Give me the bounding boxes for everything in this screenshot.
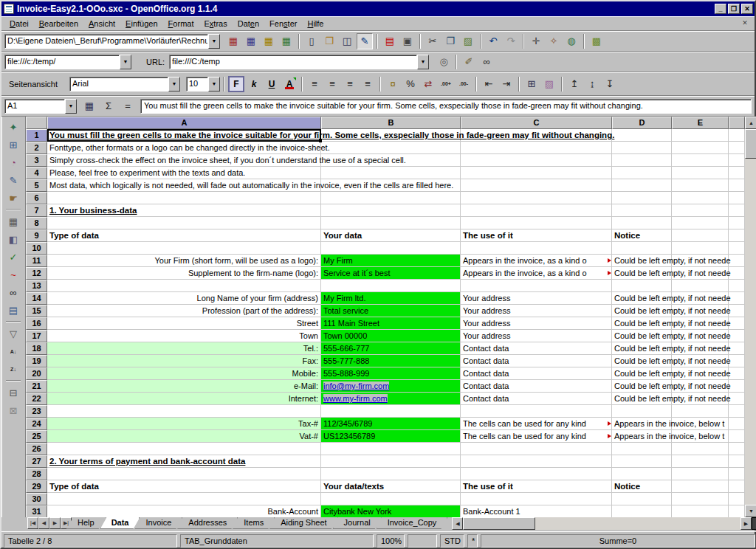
document-path-value[interactable]: D:\Eigene Dateien\_Beruf\Programme\Vorlä… [4, 34, 208, 49]
cell-F15[interactable] [729, 305, 745, 317]
row-header-10[interactable]: 10 [26, 242, 47, 255]
row-header-16[interactable]: 16 [26, 317, 47, 330]
cell-B28[interactable] [321, 468, 461, 480]
cell-C23[interactable] [461, 405, 612, 418]
cell-B11[interactable]: My Firm [321, 255, 461, 267]
cut-icon[interactable]: ✂ [425, 33, 441, 49]
cell-F13[interactable] [729, 280, 745, 292]
cell-D17[interactable]: Could be left empty, if not neede [612, 330, 672, 342]
cell-D23[interactable] [612, 405, 672, 418]
cell-F2[interactable] [729, 142, 745, 154]
sheet-tab-help[interactable]: Help [66, 517, 106, 529]
undo-icon[interactable]: ↶ [485, 33, 501, 49]
insert-cells-icon[interactable]: ▦ [225, 33, 241, 49]
function-wizard-icon[interactable]: ▦ [80, 99, 98, 114]
cell-B25[interactable]: US123456789 [321, 430, 461, 443]
cell-E9[interactable] [672, 229, 729, 242]
column-header-E[interactable]: E [672, 117, 729, 129]
internet-url-icon[interactable]: ◎ [436, 54, 452, 70]
cell-F17[interactable] [729, 330, 745, 342]
row-header-18[interactable]: 18 [26, 342, 47, 355]
cell-D7[interactable] [612, 204, 672, 217]
cell-D16[interactable]: Could be left empty, if not neede [612, 317, 672, 330]
cell-A31[interactable]: Bank-Account [47, 505, 321, 517]
cell-C11[interactable]: Appears in the invoice, as a kind o [461, 255, 612, 267]
cell-A24[interactable]: Tax-# [47, 418, 321, 430]
cell-C4[interactable] [461, 167, 612, 179]
sheet-tab-journal[interactable]: Journal [333, 517, 382, 529]
cell-D26[interactable] [612, 443, 672, 455]
align-bottom-icon[interactable]: ↧ [602, 76, 618, 92]
to-database-range-icon[interactable]: ▦ [278, 33, 295, 49]
cell-F19[interactable] [729, 355, 745, 367]
align-left-icon[interactable]: ≡ [306, 76, 323, 92]
row-header-17[interactable]: 17 [26, 330, 47, 342]
cell-C22[interactable]: Contact data [461, 393, 612, 405]
align-justify-icon[interactable]: ≡ [360, 76, 376, 92]
row-header-2[interactable]: 2 [26, 142, 47, 154]
data-sources-icon[interactable]: ▤ [4, 301, 22, 319]
cell-F26[interactable] [729, 443, 745, 455]
cell-A14[interactable]: Long Name of your firm (address) [47, 292, 321, 305]
font-name-value[interactable]: Arial [69, 77, 168, 92]
previous-sheet-button[interactable]: ◀ [38, 517, 49, 529]
cell-B27[interactable] [321, 455, 461, 468]
cell-F3[interactable] [729, 154, 745, 167]
edit-hyperlink-icon[interactable]: ✐ [461, 54, 477, 70]
row-header-28[interactable]: 28 [26, 468, 47, 480]
cell-B19[interactable]: 555-777-888 [321, 355, 461, 367]
cell-F9[interactable] [729, 229, 745, 242]
sheet-tab-invoice-copy[interactable]: Invoice_Copy [377, 517, 448, 529]
cell-B31[interactable]: Citybank New York [321, 505, 461, 517]
column-header-A[interactable]: A [47, 117, 321, 129]
url-history-value[interactable]: file:///c:/temp/ [4, 55, 120, 69]
new-document-icon[interactable]: ▯ [303, 33, 320, 49]
zoom-icon[interactable]: ✧ [546, 33, 562, 49]
cell-D2[interactable] [612, 142, 672, 154]
row-header-30[interactable]: 30 [26, 493, 47, 505]
align-center-vertical-icon[interactable]: ↨ [584, 76, 600, 92]
cell-F5[interactable] [729, 179, 745, 192]
cell-E28[interactable] [672, 468, 729, 480]
row-header-23[interactable]: 23 [26, 405, 47, 418]
row-header-3[interactable]: 3 [26, 154, 47, 167]
cell-E2[interactable] [672, 142, 729, 154]
row-header-22[interactable]: 22 [26, 393, 47, 405]
font-name-combo[interactable]: Arial ▼ [69, 77, 180, 92]
cell-A4[interactable]: Please, feel free to experiment with the… [47, 167, 321, 179]
cell-E7[interactable] [672, 204, 729, 217]
underline-icon[interactable]: U [264, 76, 280, 92]
ungroup-icon[interactable]: ⊠ [4, 401, 22, 419]
row-header-7[interactable]: 7 [26, 204, 47, 217]
cell-F8[interactable] [729, 217, 745, 229]
cell-F20[interactable] [729, 367, 745, 380]
cell-B4[interactable] [321, 167, 461, 179]
row-header-25[interactable]: 25 [26, 430, 47, 443]
page-preview-label[interactable]: Seitenansicht [4, 80, 69, 89]
horizontal-scrollbar[interactable]: ◀▶ [452, 517, 752, 530]
cell-F31[interactable] [729, 505, 745, 517]
sort-descending-icon[interactable]: Z↓ [4, 360, 22, 378]
cell-B2[interactable] [321, 142, 461, 154]
menu-datei[interactable]: Datei [4, 18, 34, 30]
bold-icon[interactable]: F [228, 76, 244, 92]
menu-hilfe[interactable]: Hilfe [302, 18, 329, 30]
cell-E5[interactable] [672, 179, 729, 192]
cell-D24[interactable]: Appears in the invoice, below t [612, 418, 672, 430]
cell-A29[interactable]: Type of data [47, 480, 321, 493]
font-size-dropdown-icon[interactable]: ▼ [208, 77, 220, 92]
cell-B17[interactable]: Town 00000 [321, 330, 461, 342]
menu-ansicht[interactable]: Ansicht [83, 18, 120, 30]
cell-E6[interactable] [672, 192, 729, 204]
increase-indent-icon[interactable]: ⇥ [498, 76, 515, 92]
cell-F25[interactable] [729, 430, 745, 443]
close-document-icon[interactable]: ✕ [740, 18, 750, 28]
insert-object-icon[interactable]: ◔ [4, 153, 22, 171]
cell-B26[interactable] [321, 443, 461, 455]
cell-E13[interactable] [672, 280, 729, 292]
spellcheck-icon[interactable]: ✓ [4, 248, 22, 266]
row-header-24[interactable]: 24 [26, 418, 47, 430]
cell-E4[interactable] [672, 167, 729, 179]
cell-reference-box[interactable]: A1 ▼ [4, 99, 77, 114]
column-header-partial[interactable] [729, 117, 745, 129]
